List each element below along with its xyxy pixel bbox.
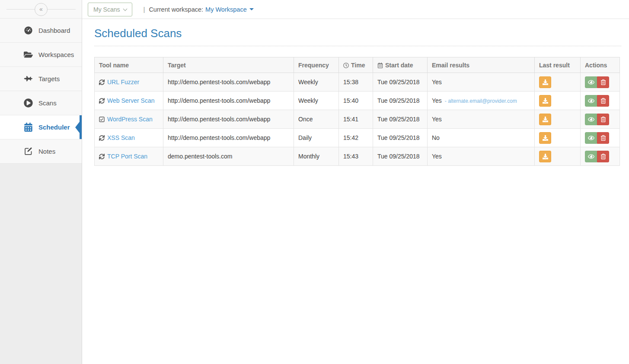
workspaces-folder-icon	[24, 50, 33, 59]
download-last-result-button[interactable]	[539, 132, 551, 144]
eye-icon	[588, 98, 594, 104]
email-results-value: Yes	[432, 116, 442, 123]
sidebar-item-label: Scans	[38, 99, 57, 107]
download-last-result-button[interactable]	[539, 114, 551, 125]
active-indicator-bar	[80, 115, 82, 139]
caret-down-icon	[249, 8, 254, 10]
frequency-cell: Monthly	[294, 147, 339, 166]
view-scan-button[interactable]	[585, 114, 597, 125]
delete-scan-button[interactable]	[597, 132, 609, 144]
start-date-cell: Tue 09/25/2018	[373, 147, 428, 166]
sidebar-item-scans[interactable]: Scans	[0, 91, 82, 115]
view-scan-button[interactable]	[585, 151, 597, 162]
time-cell: 15:41	[339, 110, 373, 129]
workspace-name: My Workspace	[205, 6, 247, 13]
refresh-icon	[99, 135, 105, 141]
calendar-icon	[377, 63, 383, 68]
start-date-cell: Tue 09/25/2018	[373, 110, 428, 129]
view-scan-button[interactable]	[585, 76, 597, 88]
download-icon	[543, 135, 548, 141]
sidebar-item-label: Scheduler	[38, 123, 70, 131]
refresh-icon	[99, 79, 105, 85]
scans-play-icon	[24, 98, 33, 108]
my-scans-dropdown[interactable]: My Scans	[88, 3, 132, 16]
header-frequency: Frequency	[294, 57, 339, 73]
time-cell: 15:42	[339, 129, 373, 147]
header-actions: Actions	[581, 57, 620, 73]
current-workspace-label: Current workspace:	[149, 6, 203, 13]
start-date-cell: Tue 09/25/2018	[373, 92, 428, 110]
delete-scan-button[interactable]	[597, 114, 609, 125]
tool-link[interactable]: TCP Port Scan	[107, 153, 147, 160]
header-tool-name: Tool name	[95, 57, 163, 73]
sidebar-header: «	[0, 0, 82, 19]
tool-link[interactable]: XSS Scan	[107, 134, 135, 141]
workspace-selector[interactable]: My Workspace	[205, 6, 254, 13]
header-start-date: Start date	[373, 57, 428, 73]
email-results-value: Yes	[432, 97, 442, 104]
refresh-icon	[99, 154, 105, 159]
title-divider	[94, 46, 621, 46]
start-date-cell: Tue 09/25/2018	[373, 73, 428, 92]
frequency-cell: Once	[294, 110, 339, 129]
view-scan-button[interactable]	[585, 132, 597, 144]
delete-scan-button[interactable]	[597, 151, 609, 162]
email-results-value: Yes	[432, 153, 442, 160]
sidebar-item-targets[interactable]: Targets	[0, 67, 82, 91]
sidebar-item-label: Targets	[38, 75, 60, 82]
trash-icon	[600, 98, 606, 104]
sidebar-item-workspaces[interactable]: Workspaces	[0, 43, 82, 67]
tool-link[interactable]: Web Server Scan	[107, 97, 154, 104]
scheduler-calendar-icon	[24, 123, 33, 132]
time-cell: 15:43	[339, 147, 373, 166]
time-cell: 15:40	[339, 92, 373, 110]
tool-link[interactable]: URL Fuzzer	[107, 79, 139, 85]
scheduled-scans-table: Tool name Target Frequency Time Start da…	[94, 57, 620, 166]
table-row: TCP Port Scan demo.pentest-tools.com Mon…	[95, 147, 620, 166]
eye-icon	[588, 153, 594, 160]
eye-icon	[588, 79, 594, 85]
email-alt-address: - alternate.email@provider.com	[445, 98, 517, 104]
tool-link[interactable]: WordPress Scan	[107, 116, 153, 123]
delete-scan-button[interactable]	[597, 95, 609, 107]
app-root: « Dashboard Workspaces Targets Scans Sch…	[0, 0, 629, 364]
download-icon	[543, 98, 548, 104]
sidebar-item-scheduler[interactable]: Scheduler	[0, 115, 82, 139]
topbar: My Scans | Current workspace: My Workspa…	[82, 0, 629, 19]
sidebar-item-dashboard[interactable]: Dashboard	[0, 19, 82, 43]
table-row: WordPress Scan http://demo.pentest-tools…	[95, 110, 620, 129]
trash-icon	[600, 154, 606, 159]
trash-icon	[600, 135, 606, 141]
clock-icon	[343, 63, 349, 68]
header-email-results: Email results	[428, 57, 535, 73]
table-header-row: Tool name Target Frequency Time Start da…	[95, 57, 620, 73]
view-scan-button[interactable]	[585, 95, 597, 107]
eye-icon	[588, 116, 594, 123]
topbar-separator: |	[143, 6, 145, 13]
dashboard-icon	[24, 26, 33, 35]
sidebar: « Dashboard Workspaces Targets Scans Sch…	[0, 0, 82, 364]
download-icon	[543, 117, 548, 122]
sidebar-item-label: Notes	[38, 148, 55, 155]
delete-scan-button[interactable]	[597, 76, 609, 88]
target-cell: http://demo.pentest-tools.com/webapp	[163, 92, 294, 110]
targets-jet-icon	[24, 74, 33, 83]
email-results-value: No	[432, 134, 440, 141]
sidebar-item-notes[interactable]: Notes	[0, 139, 82, 164]
table-row: Web Server Scan http://demo.pentest-tool…	[95, 92, 620, 110]
check-square-icon	[99, 117, 105, 122]
download-last-result-button[interactable]	[539, 95, 551, 107]
time-cell: 15:38	[339, 73, 373, 92]
header-last-result: Last result	[535, 57, 581, 73]
sidebar-collapse-button[interactable]: «	[35, 3, 48, 16]
refresh-icon	[99, 98, 105, 104]
table-row: URL Fuzzer http://demo.pentest-tools.com…	[95, 73, 620, 92]
start-date-cell: Tue 09/25/2018	[373, 129, 428, 147]
download-last-result-button[interactable]	[539, 76, 551, 88]
content: Scheduled Scans Tool name Target Frequen…	[82, 19, 629, 166]
trash-icon	[600, 117, 606, 122]
download-last-result-button[interactable]	[539, 151, 551, 162]
chevron-down-icon	[123, 6, 128, 11]
header-target: Target	[163, 57, 294, 73]
target-cell: demo.pentest-tools.com	[163, 147, 294, 166]
